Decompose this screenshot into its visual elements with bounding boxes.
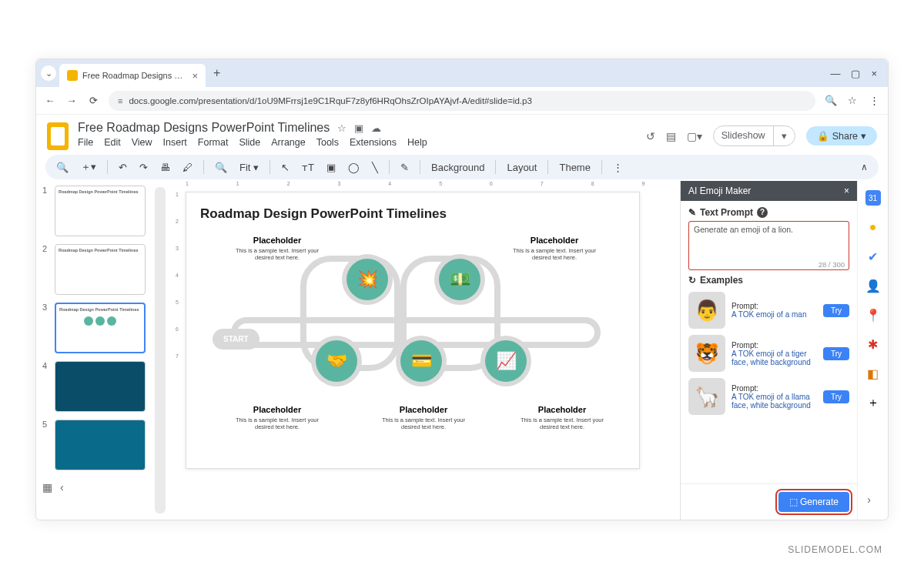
placeholder-bl[interactable]: PlaceholderThis is a sample text. Insert…	[231, 402, 323, 430]
thumb-1[interactable]: 1Roadmap Design PowerPoint Timelines	[42, 186, 146, 236]
placeholder-bc[interactable]: PlaceholderThis is a sample text. Insert…	[377, 402, 470, 430]
ruler-horizontal: 1 1 2 3 4 5 6 7 8 9 10 11 12 13	[186, 181, 680, 192]
comments-icon[interactable]: ▤	[666, 130, 676, 142]
thumb-4[interactable]: 4	[42, 361, 146, 412]
browser-window: ⌄ Free Roadmap Designs PowerP × + — ▢ × …	[35, 59, 889, 520]
paint-format-icon[interactable]: 🖊	[179, 159, 196, 176]
menu-slide[interactable]: Slide	[239, 137, 260, 148]
node-icon-card[interactable]: 💳	[400, 340, 442, 382]
kebab-menu-icon[interactable]: ⋮	[868, 95, 880, 106]
undo-icon[interactable]: ↶	[116, 159, 130, 176]
menu-extensions[interactable]: Extensions	[350, 137, 397, 148]
ai-emoji-panel: AI Emoji Maker × ✎ Text Prompt ? Generat…	[680, 181, 857, 520]
menu-help[interactable]: Help	[407, 137, 427, 148]
slide-title[interactable]: Roadmap Design PowerPoint Timelines	[200, 206, 625, 222]
select-tool-icon[interactable]: ↖	[278, 159, 293, 176]
menu-edit[interactable]: Edit	[104, 137, 121, 148]
new-slide-icon[interactable]: ＋▾	[78, 158, 99, 176]
collapse-toolbar-icon[interactable]: ∧	[858, 159, 871, 175]
transition-icon[interactable]: ⋮	[610, 159, 626, 176]
placeholder-tl[interactable]: PlaceholderThis is a sample text. Insert…	[231, 232, 323, 261]
slide-canvas[interactable]: Roadmap Design PowerPoint Timelines STAR…	[186, 192, 640, 469]
menu-tools[interactable]: Tools	[316, 137, 339, 148]
addon-1-icon[interactable]: ✱	[865, 336, 881, 352]
redo-icon[interactable]: ↷	[136, 159, 151, 176]
keep-icon[interactable]: ●	[865, 219, 881, 235]
tab-search-icon[interactable]: ⌄	[41, 65, 56, 81]
image-icon[interactable]: ▣	[323, 159, 339, 176]
attribution: SLIDEMODEL.COM	[788, 544, 882, 555]
cloud-status-icon[interactable]: ☁	[371, 122, 381, 134]
example-3-text: A TOK emoji of a llama face, white backg…	[732, 393, 817, 410]
close-tab-icon[interactable]: ×	[192, 70, 198, 82]
node-icon-handshake[interactable]: 🤝	[316, 340, 357, 382]
move-icon[interactable]: ▣	[354, 122, 363, 134]
zoom-tool-icon[interactable]: 🔍	[212, 159, 230, 176]
address-bar[interactable]: ≡ docs.google.com/presentation/d/1oU9MFr…	[109, 91, 815, 111]
search-menus-icon[interactable]: 🔍	[53, 159, 72, 176]
generate-button[interactable]: ⬚ Generate	[778, 492, 849, 512]
back-icon[interactable]: ←	[44, 95, 56, 106]
placeholder-br[interactable]: PlaceholderThis is a sample text. Insert…	[516, 402, 608, 430]
print-icon[interactable]: 🖶	[157, 159, 173, 176]
history-icon[interactable]: ↺	[646, 130, 655, 142]
zoom-icon[interactable]: 🔍	[825, 95, 837, 106]
thumb-3[interactable]: 3Roadmap Design PowerPoint Timelines	[42, 303, 146, 353]
maximize-icon[interactable]: ▢	[851, 68, 860, 79]
reload-icon[interactable]: ⟳	[87, 95, 99, 106]
maps-icon[interactable]: 📍	[865, 307, 881, 323]
shape-icon[interactable]: ◯	[345, 159, 363, 176]
close-window-icon[interactable]: ×	[871, 68, 877, 79]
contacts-icon[interactable]: 👤	[865, 278, 881, 293]
browser-tab[interactable]: Free Roadmap Designs PowerP ×	[59, 64, 206, 87]
url-bar: ← → ⟳ ≡ docs.google.com/presentation/d/1…	[36, 87, 888, 115]
bookmark-icon[interactable]: ☆	[846, 95, 859, 106]
node-icon-chart[interactable]: 📈	[485, 340, 527, 382]
theme-button[interactable]: Theme	[556, 159, 593, 176]
close-panel-icon[interactable]: ×	[844, 186, 849, 196]
example-3: 🦙 Prompt:A TOK emoji of a llama face, wh…	[688, 378, 849, 415]
calendar-icon[interactable]: 31	[865, 190, 881, 206]
scroll-scrubber[interactable]	[155, 187, 166, 513]
example-1-image: 👨	[688, 292, 725, 329]
try-3-button[interactable]: Try	[823, 390, 849, 403]
prev-icon[interactable]: ‹	[60, 481, 64, 493]
new-tab-button[interactable]: +	[209, 66, 225, 80]
layout-button[interactable]: Layout	[504, 159, 540, 176]
try-1-button[interactable]: Try	[823, 304, 849, 317]
help-icon[interactable]: ?	[757, 207, 768, 218]
tasks-icon[interactable]: ✔	[865, 249, 881, 264]
slides-logo-icon[interactable]	[47, 122, 69, 150]
node-icon-money[interactable]: 💵	[439, 259, 480, 300]
site-info-icon[interactable]: ≡	[118, 96, 122, 105]
menu-view[interactable]: View	[132, 137, 152, 148]
chevron-down-icon[interactable]: ▾	[773, 126, 795, 146]
next-icon[interactable]: ›	[867, 493, 871, 506]
addon-2-icon[interactable]: ◧	[865, 366, 881, 381]
get-addons-icon[interactable]: ＋	[865, 395, 881, 410]
placeholder-tr[interactable]: PlaceholderThis is a sample text. Insert…	[508, 232, 601, 261]
url-text: docs.google.com/presentation/d/1oU9MFrrs…	[129, 96, 531, 105]
try-2-button[interactable]: Try	[823, 347, 849, 360]
share-button[interactable]: 🔒 Share ▾	[806, 126, 877, 146]
menu-file[interactable]: File	[78, 137, 93, 148]
line-icon[interactable]: ╲	[369, 159, 381, 176]
zoom-level[interactable]: Fit ▾	[236, 159, 262, 176]
node-icon-explosion[interactable]: 💥	[346, 259, 388, 300]
meet-icon[interactable]: ▢▾	[687, 130, 702, 142]
refresh-icon[interactable]: ↻	[688, 275, 696, 286]
document-title[interactable]: Free Roadmap Designs PowerPoint Timeline…	[78, 121, 330, 135]
menu-format[interactable]: Format	[198, 137, 229, 148]
text-box-icon[interactable]: ᴛT	[299, 159, 317, 176]
background-button[interactable]: Background	[428, 159, 487, 176]
menu-insert[interactable]: Insert	[163, 137, 187, 148]
grid-view-icon[interactable]: ▦	[42, 481, 52, 493]
menu-arrange[interactable]: Arrange	[271, 137, 305, 148]
thumb-5[interactable]: 5	[42, 420, 146, 470]
thumb-2[interactable]: 2Roadmap Design PowerPoint Timelines	[42, 244, 146, 295]
minimize-icon[interactable]: —	[830, 68, 840, 79]
comment-icon[interactable]: ✎	[397, 159, 412, 176]
forward-icon[interactable]: →	[65, 95, 78, 106]
slideshow-button[interactable]: Slideshow▾	[713, 125, 795, 146]
star-icon[interactable]: ☆	[337, 122, 346, 134]
